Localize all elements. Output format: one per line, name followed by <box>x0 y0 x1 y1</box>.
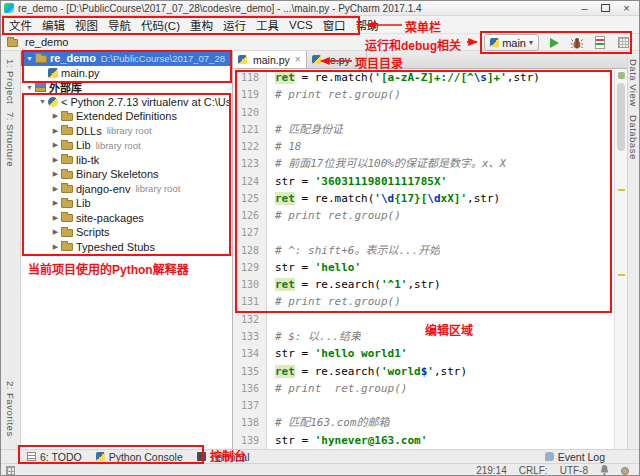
code-line[interactable]: 128# ^: shift+6。表示以...开始 <box>233 242 614 259</box>
debug-button[interactable] <box>569 35 585 50</box>
code-editor[interactable]: 118ret = re.match('[a-zA-Z]+://[^\s]+',s… <box>233 69 627 449</box>
menu-item-8[interactable]: VCS <box>284 18 318 32</box>
tree-item-site-packages[interactable]: ▶site-packages <box>21 211 232 226</box>
tree-item-binary-skeletons[interactable]: ▶Binary Skeletons <box>21 167 232 182</box>
editor-scrollbar[interactable] <box>614 69 627 449</box>
tree-toggle-icon[interactable]: ▼ <box>37 98 48 105</box>
minimize-button[interactable]: – <box>574 2 595 14</box>
code-line[interactable]: 126# print ret.group() <box>233 207 614 224</box>
line-number: 139 <box>233 432 267 449</box>
concurrency-diagram-button[interactable] <box>615 35 631 50</box>
code-line[interactable]: 135ret = re.search('world$',str) <box>233 363 614 380</box>
code-line[interactable]: 125ret = re.match('\d{17}[\dxX]',str) <box>233 190 614 207</box>
run-config-select[interactable]: main ▾ <box>484 34 539 51</box>
tree-item-main-py[interactable]: main.py <box>21 66 232 81</box>
tree-toggle-icon[interactable]: ▶ <box>50 199 61 207</box>
tree-toggle-icon[interactable]: ▶ <box>50 156 61 164</box>
tree-toggle-icon[interactable]: ▼ <box>24 84 35 91</box>
tab-re.py[interactable]: re.py× <box>307 51 367 68</box>
tree-toggle-icon[interactable]: ▶ <box>50 228 61 236</box>
scrollbar-thumb[interactable] <box>617 83 625 151</box>
code-line[interactable]: 120 <box>233 104 614 121</box>
tool-button-terminal[interactable]: Terminal <box>197 451 250 463</box>
tool-button-data-view[interactable]: Data View <box>628 59 639 107</box>
tree-toggle-icon[interactable]: ▶ <box>50 185 61 193</box>
tree-toggle-icon[interactable]: ▶ <box>50 112 61 120</box>
tool-button-event-log[interactable]: Event Log <box>545 451 605 463</box>
caret-position[interactable]: 219:14 <box>476 465 507 476</box>
tool-button-7-structure[interactable]: 7: Structure <box>5 112 16 167</box>
coverage-button[interactable] <box>592 35 608 50</box>
code-line[interactable]: 136# print ret.group() <box>233 380 614 397</box>
menu-item-3[interactable]: 导航 <box>103 16 136 34</box>
warning-stripe-mark[interactable] <box>618 274 625 276</box>
tree-toggle-icon[interactable]: ▶ <box>50 141 61 149</box>
code-line[interactable]: 127 <box>233 224 614 241</box>
code-line[interactable]: 139str = 'hynever@163.com' <box>233 432 614 449</box>
menu-item-1[interactable]: 编辑 <box>37 16 70 34</box>
code-line[interactable]: 122# 18 <box>233 138 614 155</box>
code-line[interactable]: 131# print ret.group() <box>233 293 614 310</box>
tree-item-lib[interactable]: ▶Liblibrary root <box>21 138 232 153</box>
breadcrumb[interactable]: re_demo <box>7 36 68 48</box>
line-separator[interactable]: CRLF: <box>519 465 548 476</box>
code-line[interactable]: 118ret = re.match('[a-zA-Z]+://[^\s]+',s… <box>233 69 614 86</box>
tree-item--[interactable]: ▼外部库 <box>21 80 232 95</box>
menu-item-4[interactable]: 代码(C) <box>136 16 185 34</box>
code-lines[interactable]: 118ret = re.match('[a-zA-Z]+://[^\s]+',s… <box>233 69 614 449</box>
maximize-button[interactable] <box>595 2 616 14</box>
code-line[interactable]: 134str = 'hello world1' <box>233 345 614 362</box>
tree-item-label: Lib <box>76 139 91 151</box>
code-line[interactable]: 119# print ret.group() <box>233 86 614 103</box>
tool-button-1-project[interactable]: 1: Project <box>5 59 16 104</box>
menu-item-0[interactable]: 文件 <box>4 16 37 34</box>
tree-toggle-icon[interactable]: ▼ <box>24 55 35 62</box>
tool-button-6-todo[interactable]: 6: TODO <box>27 451 82 463</box>
menu-item-9[interactable]: 窗口 <box>318 16 351 34</box>
close-tab-icon[interactable]: × <box>295 54 301 65</box>
tab-main.py[interactable]: main.py× <box>233 51 307 68</box>
notification-bell-icon[interactable] <box>600 465 609 476</box>
code-line[interactable]: 121# 匹配身份证 <box>233 121 614 138</box>
run-button[interactable] <box>546 35 562 50</box>
menu-item-10[interactable]: 帮助 <box>351 16 384 34</box>
warning-stripe-mark[interactable] <box>618 189 625 191</box>
code-line[interactable]: 138# 匹配163.com的邮箱 <box>233 414 614 431</box>
code-line[interactable]: 129str = 'hello' <box>233 259 614 276</box>
menu-item-7[interactable]: 工具 <box>251 16 284 34</box>
tree-item-re-demo[interactable]: ▼re_demoD:\PublicCourse\2017_07_28 <box>21 51 232 66</box>
tool-button-label: Terminal <box>210 451 250 463</box>
tree-item-django-env[interactable]: ▶django-envlibrary root <box>21 182 232 197</box>
code-line[interactable]: 137 <box>233 397 614 414</box>
tool-button-2-favorites[interactable]: 2: Favorites <box>5 381 16 437</box>
tree-toggle-icon[interactable]: ▶ <box>50 214 61 222</box>
code-line[interactable]: 133# $: 以...结束 <box>233 328 614 345</box>
code-line[interactable]: 130ret = re.search('^1',str) <box>233 276 614 293</box>
close-button[interactable]: × <box>616 2 637 14</box>
pycharm-logo-icon <box>4 3 14 13</box>
title-bar[interactable]: re_demo - [D:\PublicCourse\2017_07_28\co… <box>1 1 639 16</box>
tree-item-lib[interactable]: ▶Lib <box>21 196 232 211</box>
tree-toggle-icon[interactable]: ▶ <box>50 127 61 135</box>
tree-item-dlls[interactable]: ▶DLLslibrary root <box>21 124 232 139</box>
tree-item-typeshed-stubs[interactable]: ▶Typeshed Stubs <box>21 240 232 255</box>
tree-item-lib-tk[interactable]: ▶lib-tk <box>21 153 232 168</box>
tree-item--python-2-7-13-virtualenv-at-c-us[interactable]: ▼< Python 2.7.13 virtualenv at C:\Us <box>21 95 232 110</box>
code-line[interactable]: 123# 前面17位我可以100%的保证都是数字。x、X <box>233 155 614 172</box>
menu-item-6[interactable]: 运行 <box>218 16 251 34</box>
code-line[interactable]: 132 <box>233 311 614 328</box>
file-encoding[interactable]: UTF-8 <box>560 465 588 476</box>
tool-window-switcher-icon[interactable] <box>6 466 15 475</box>
close-tab-icon[interactable]: × <box>355 54 361 65</box>
tree-item-scripts[interactable]: ▶Scripts <box>21 225 232 240</box>
menu-item-2[interactable]: 视图 <box>70 16 103 34</box>
menu-item-5[interactable]: 重构 <box>185 16 218 34</box>
code-line[interactable]: 124str = '36031119801111785X' <box>233 173 614 190</box>
tree-toggle-icon[interactable]: ▶ <box>50 243 61 251</box>
tree-item-extended-definitions[interactable]: ▶Extended Definitions <box>21 109 232 124</box>
tree-toggle-icon[interactable]: ▶ <box>50 170 61 178</box>
tool-button-python-console[interactable]: Python Console <box>96 451 183 463</box>
hector-inspector-icon[interactable] <box>621 467 629 475</box>
code-text: ret = re.match('\d{17}[\dxX]',str) <box>267 190 500 207</box>
tool-button-database[interactable]: Database <box>628 115 639 160</box>
